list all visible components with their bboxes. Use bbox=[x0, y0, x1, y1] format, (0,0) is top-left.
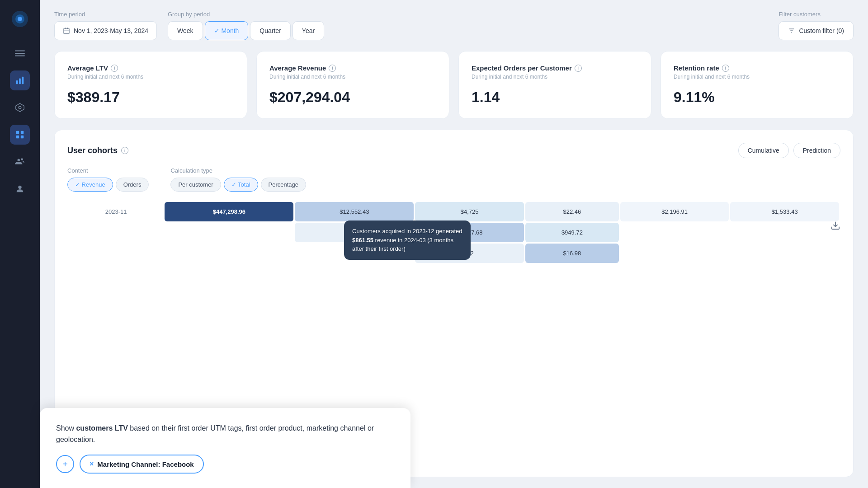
calc-per-customer-btn[interactable]: Per customer bbox=[170, 178, 221, 192]
calc-percentage-btn[interactable]: Percentage bbox=[261, 178, 307, 192]
metric-revenue-title: Average Revenue i bbox=[269, 64, 436, 72]
row-label-empty1 bbox=[69, 223, 163, 242]
time-period-label: Time period bbox=[54, 11, 157, 18]
filter-tag-label: Marketing Channel: Facebook bbox=[97, 460, 193, 468]
svg-point-15 bbox=[18, 159, 20, 162]
svg-rect-5 bbox=[15, 56, 25, 56]
calc-total-btn[interactable]: ✓ Total bbox=[224, 178, 258, 192]
top-controls: Time period Nov 1, 2023-May 13, 2024 Gro… bbox=[54, 11, 854, 40]
network-icon[interactable] bbox=[10, 98, 30, 117]
cohorts-actions: Cumulative Prediction bbox=[738, 143, 840, 158]
cohorts-title: User cohorts i bbox=[67, 146, 128, 155]
svg-rect-3 bbox=[15, 51, 25, 52]
metric-revenue-subtitle: During initial and next 6 months bbox=[269, 74, 436, 80]
menu-icon[interactable] bbox=[10, 43, 30, 63]
metric-retention-title: Retention rate i bbox=[674, 64, 840, 72]
content-tags: ✓ Revenue Orders bbox=[67, 178, 149, 192]
group-by-label: Group by period bbox=[168, 11, 324, 18]
table-cell: $22.46 bbox=[525, 202, 619, 221]
cohort-tooltip: Customers acquired in 2023-12 generated … bbox=[344, 221, 471, 260]
period-quarter-button[interactable]: Quarter bbox=[250, 21, 290, 40]
orders-info-icon[interactable]: i bbox=[575, 65, 582, 72]
svg-rect-11 bbox=[16, 131, 19, 134]
period-week-button[interactable]: Week bbox=[168, 21, 203, 40]
retention-info-icon[interactable]: i bbox=[722, 65, 729, 72]
popup-filters: + × Marketing Channel: Facebook bbox=[56, 455, 394, 474]
table-cell bbox=[730, 223, 839, 242]
custom-filter-button[interactable]: Custom filter (0) bbox=[778, 21, 854, 40]
date-range-button[interactable]: Nov 1, 2023-May 13, 2024 bbox=[54, 21, 157, 40]
time-period-group: Time period Nov 1, 2023-May 13, 2024 bbox=[54, 11, 157, 40]
svg-rect-7 bbox=[19, 78, 21, 84]
facebook-filter-tag[interactable]: × Marketing Channel: Facebook bbox=[80, 455, 204, 474]
period-buttons: Week ✓ Month Quarter Year bbox=[168, 21, 324, 40]
prediction-button[interactable]: Prediction bbox=[793, 143, 840, 158]
metric-ltv-value: $389.17 bbox=[67, 89, 234, 106]
svg-point-17 bbox=[18, 186, 21, 189]
add-icon: + bbox=[62, 459, 68, 469]
period-month-button[interactable]: ✓ Month bbox=[205, 21, 249, 40]
svg-point-2 bbox=[18, 17, 22, 21]
row-label-empty2 bbox=[69, 244, 163, 263]
content-revenue-btn[interactable]: ✓ Revenue bbox=[67, 178, 113, 192]
svg-rect-8 bbox=[22, 77, 24, 84]
cohorts-header: User cohorts i Cumulative Prediction bbox=[67, 143, 840, 158]
table-cell: $2,196.91 bbox=[620, 202, 729, 221]
calc-label: Calculation type bbox=[170, 167, 306, 174]
period-year-button[interactable]: Year bbox=[292, 21, 324, 40]
metric-orders-subtitle: During initial and next 6 months bbox=[472, 74, 638, 80]
popup-description: Show customers LTV based on their first … bbox=[56, 422, 394, 446]
bar-chart-icon[interactable] bbox=[10, 70, 30, 90]
sidebar bbox=[0, 0, 40, 488]
users-icon[interactable] bbox=[10, 179, 30, 199]
metric-card-revenue: Average Revenue i During initial and nex… bbox=[256, 51, 449, 119]
remove-filter-icon[interactable]: × bbox=[90, 460, 94, 468]
app-logo[interactable] bbox=[10, 9, 30, 29]
date-range-value: Nov 1, 2023-May 13, 2024 bbox=[74, 27, 148, 34]
cumulative-button[interactable]: Cumulative bbox=[738, 143, 789, 158]
table-row: 2023-11 $447,298.96 $12,552.43 $4,725 $2… bbox=[69, 202, 839, 221]
svg-rect-14 bbox=[21, 136, 24, 138]
table-cell bbox=[620, 223, 729, 242]
table-cell: $1,533.43 bbox=[730, 202, 839, 221]
table-cell: $447,298.96 bbox=[165, 202, 293, 221]
content-control: Content ✓ Revenue Orders bbox=[67, 167, 149, 192]
social-icon[interactable] bbox=[10, 152, 30, 172]
svg-point-10 bbox=[19, 106, 21, 109]
filter-btn-label: Custom filter (0) bbox=[799, 27, 844, 34]
metric-retention-value: 9.11% bbox=[674, 89, 840, 106]
tooltip-text: Customers acquired in 2023-12 generated … bbox=[352, 228, 462, 252]
filter-label: Filter customers bbox=[778, 11, 854, 18]
bottom-popup: Show customers LTV based on their first … bbox=[40, 408, 410, 488]
svg-rect-4 bbox=[15, 53, 25, 54]
table-cell bbox=[165, 244, 293, 263]
metric-card-retention: Retention rate i During initial and next… bbox=[660, 51, 854, 119]
calc-tags: Per customer ✓ Total Percentage bbox=[170, 178, 306, 192]
grid-icon[interactable] bbox=[10, 125, 30, 145]
check-icon: ✓ bbox=[214, 27, 222, 34]
svg-point-16 bbox=[21, 158, 23, 160]
table-cell bbox=[620, 244, 729, 263]
metric-ltv-title: Average LTV i bbox=[67, 64, 234, 72]
table-cell: $16.98 bbox=[525, 244, 619, 263]
cohorts-info-icon[interactable]: i bbox=[121, 147, 128, 154]
revenue-info-icon[interactable]: i bbox=[329, 65, 336, 72]
metric-card-ltv: Average LTV i During initial and next 6 … bbox=[54, 51, 247, 119]
ltv-info-icon[interactable]: i bbox=[111, 65, 118, 72]
add-filter-button[interactable]: + bbox=[56, 455, 74, 473]
table-cell bbox=[730, 244, 839, 263]
group-by-period-group: Group by period Week ✓ Month Quarter Yea… bbox=[168, 11, 324, 40]
svg-rect-12 bbox=[21, 131, 24, 134]
table-cell bbox=[165, 223, 293, 242]
metric-card-orders: Expected Orders per Customer i During in… bbox=[458, 51, 651, 119]
metric-retention-subtitle: During initial and next 6 months bbox=[674, 74, 840, 80]
metric-orders-value: 1.14 bbox=[472, 89, 638, 106]
svg-rect-6 bbox=[16, 80, 18, 84]
table-cell: $4,725 bbox=[415, 202, 524, 221]
row-label-2023-11: 2023-11 bbox=[69, 202, 163, 221]
table-cell: $12,552.43 bbox=[295, 202, 414, 221]
calc-control: Calculation type Per customer ✓ Total Pe… bbox=[170, 167, 306, 192]
table-cell: $949.72 bbox=[525, 223, 619, 242]
content-orders-btn[interactable]: Orders bbox=[116, 178, 149, 192]
cohorts-controls: Content ✓ Revenue Orders Calculation typ… bbox=[67, 167, 840, 192]
